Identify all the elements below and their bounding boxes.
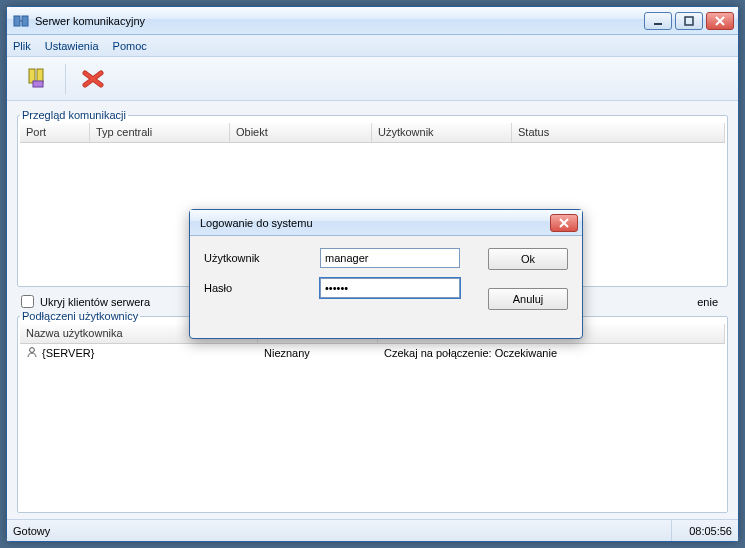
svg-rect-9 — [33, 81, 43, 87]
tool-config-button[interactable] — [21, 62, 55, 96]
minimize-button[interactable] — [644, 12, 672, 30]
hide-clients-label: Ukryj klientów serwera — [40, 296, 150, 308]
list-item[interactable]: {SERVER} Nieznany Czekaj na połączenie: … — [20, 344, 725, 362]
toolbar-separator — [65, 64, 66, 94]
user-icon — [26, 346, 38, 360]
window-title: Serwer komunikacyjny — [35, 15, 644, 27]
partial-obscured-text: enie — [697, 296, 724, 308]
users-list-body[interactable]: {SERVER} Nieznany Czekaj na połączenie: … — [20, 344, 725, 508]
username-input[interactable] — [320, 248, 460, 268]
group-users-legend: Podłączeni użytkownicy — [20, 310, 140, 322]
dialog-body: Użytkownik Hasło Ok Anuluj — [190, 236, 582, 338]
maximize-button[interactable] — [675, 12, 703, 30]
titlebar[interactable]: Serwer komunikacyjny — [7, 7, 738, 35]
col-port[interactable]: Port — [20, 123, 90, 142]
col-type[interactable]: Typ centrali — [90, 123, 230, 142]
col-object[interactable]: Obiekt — [230, 123, 372, 142]
col-user[interactable]: Użytkownik — [372, 123, 512, 142]
menu-settings[interactable]: Ustawienia — [45, 40, 99, 52]
group-connected-users: Podłączeni użytkownicy Nazwa użytkownika… — [17, 310, 728, 513]
pass-label: Hasło — [204, 282, 314, 294]
col-status[interactable]: Status — [512, 123, 725, 142]
menu-file[interactable]: Plik — [13, 40, 31, 52]
cancel-button[interactable]: Anuluj — [488, 288, 568, 310]
row-object: Nieznany — [258, 345, 378, 361]
login-dialog: Logowanie do systemu Użytkownik Hasło Ok… — [189, 209, 583, 339]
row-username: {SERVER} — [42, 347, 94, 359]
comm-list-header: Port Typ centrali Obiekt Użytkownik Stat… — [20, 123, 725, 143]
app-icon — [13, 13, 29, 29]
svg-rect-0 — [14, 16, 20, 26]
row-status: Czekaj na połączenie: Oczekiwanie — [378, 345, 725, 361]
hide-clients-checkbox[interactable] — [21, 295, 34, 308]
user-label: Użytkownik — [204, 252, 314, 264]
dialog-title: Logowanie do systemu — [196, 217, 550, 229]
menu-help[interactable]: Pomoc — [113, 40, 147, 52]
toolbar — [7, 57, 738, 101]
window-buttons — [644, 12, 734, 30]
tool-delete-button[interactable] — [76, 62, 110, 96]
svg-rect-1 — [22, 16, 28, 26]
ok-button[interactable]: Ok — [488, 248, 568, 270]
dialog-close-button[interactable] — [550, 214, 578, 232]
status-time: 08:05:56 — [672, 520, 738, 541]
status-text: Gotowy — [7, 520, 672, 541]
svg-point-10 — [30, 348, 35, 353]
group-comm-legend: Przegląd komunikacji — [20, 109, 128, 121]
password-input[interactable] — [320, 278, 460, 298]
svg-rect-4 — [685, 17, 693, 25]
statusbar: Gotowy 08:05:56 — [7, 519, 738, 541]
close-button[interactable] — [706, 12, 734, 30]
menubar: Plik Ustawienia Pomoc — [7, 35, 738, 57]
dialog-titlebar[interactable]: Logowanie do systemu — [190, 210, 582, 236]
